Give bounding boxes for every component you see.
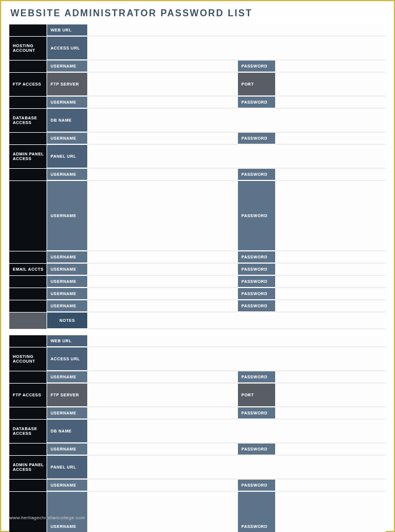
password-input[interactable] [276,300,386,312]
section-label: FTP ACCESS [9,73,47,96]
form-row: USERNAMEPASSWORD [9,133,386,145]
password-label: PASSWORD [238,371,276,383]
username-input[interactable] [88,133,238,144]
username-input[interactable] [88,181,238,251]
form-row: USERNAMEPASSWORD [9,371,386,384]
section-label [9,313,47,329]
password-label: PASSWORD [238,276,276,288]
username-label: USERNAME [47,407,88,419]
username-label: USERNAME [47,276,88,288]
content-area: WEB URLHOSTING ACCOUNTACCESS URLUSERNAME… [9,24,386,532]
username-input[interactable] [88,169,238,180]
password-input[interactable] [276,169,386,180]
form-row: USERNAMEPASSWORD [9,276,386,288]
username-input[interactable] [88,444,238,455]
form-row: HOSTING ACCOUNTACCESS URL [9,37,386,61]
username-input[interactable] [88,97,238,108]
username-input[interactable] [88,251,238,263]
password-label: PASSWORD [238,251,276,263]
form-row: DATABASE ACCESSDB NAME [9,420,386,444]
form-row: HOSTING ACCOUNTACCESS URL [9,347,386,371]
form-row: USERNAMEPASSWORD [9,480,386,492]
form-row: USERNAMEPASSWORD [9,444,386,456]
form-row: USERNAMEPASSWORD [9,492,386,532]
web_url-label: WEB URL [47,24,88,36]
password-label: PASSWORD [238,97,276,108]
port-label: PORT [238,384,276,407]
password-input[interactable] [276,181,386,251]
form-row: USERNAMEPASSWORD [9,288,386,300]
username-input[interactable] [88,300,238,312]
panel_url-input[interactable] [88,145,386,168]
form-row: USERNAMEPASSWORD [9,251,386,264]
password-input[interactable] [276,288,386,300]
username-label: USERNAME [47,371,88,383]
password-input[interactable] [276,407,386,419]
section-label [9,300,47,312]
password-input[interactable] [276,276,386,288]
form-row: FTP ACCESSFTP SERVERPORT [9,384,386,407]
password-label: PASSWORD [238,61,276,72]
form-row: FTP ACCESSFTP SERVERPORT [9,73,386,97]
username-label: USERNAME [47,300,88,312]
section-label [9,169,47,180]
access_url-label: ACCESS URL [47,347,88,371]
username-input[interactable] [88,407,238,419]
form-row: USERNAMEPASSWORD [9,300,386,313]
access_url-input[interactable] [88,347,386,371]
password-input[interactable] [276,264,386,275]
db_name-label: DB NAME [47,109,88,132]
form-row: WEB URL [9,335,386,347]
form-row: EMAIL ACCTSUSERNAMEPASSWORD [9,264,386,276]
section-label [9,444,47,455]
username-label: USERNAME [47,133,88,144]
notes-input[interactable] [88,313,386,329]
password-label: PASSWORD [238,444,276,455]
username-label: USERNAME [47,97,88,108]
section-label: FTP ACCESS [9,384,47,407]
page-title: WEBSITE ADMINISTRATOR PASSWORD LIST [9,7,386,24]
section-label [9,371,47,383]
username-input[interactable] [88,371,238,383]
username-label: USERNAME [47,181,88,251]
db_name-input[interactable] [88,420,386,443]
password-label: PASSWORD [238,181,276,251]
port-input[interactable] [276,73,386,96]
username-input[interactable] [88,288,238,300]
form-row: USERNAMEPASSWORD [9,61,386,73]
form-row: ADMIN PANEL ACCESSPANEL URL [9,456,386,480]
form-row: DATABASE ACCESSDB NAME [9,109,386,133]
panel_url-input[interactable] [88,456,386,479]
password-input[interactable] [276,133,386,144]
username-input[interactable] [88,276,238,288]
password-input[interactable] [276,371,386,383]
ftp_server-input[interactable] [88,384,238,407]
username-label: USERNAME [47,492,88,532]
section-label [9,407,47,419]
username-input[interactable] [88,61,238,72]
password-input[interactable] [276,61,386,72]
username-input[interactable] [88,264,238,275]
db_name-input[interactable] [88,109,386,132]
section-label: HOSTING ACCOUNT [9,347,47,371]
access_url-input[interactable] [88,37,386,60]
password-input[interactable] [276,480,386,491]
port-input[interactable] [276,384,386,407]
section-label [9,480,47,491]
web_url-input[interactable] [88,335,386,347]
username-input[interactable] [88,492,238,532]
web_url-input[interactable] [88,24,386,36]
form-row: USERNAMEPASSWORD [9,407,386,420]
ftp_server-input[interactable] [88,73,238,96]
password-label: PASSWORD [238,133,276,144]
section-label: DATABASE ACCESS [9,420,47,443]
section-label [9,181,47,251]
password-input[interactable] [276,444,386,455]
password-input[interactable] [276,492,386,532]
password-input[interactable] [276,97,386,108]
record-block: WEB URLHOSTING ACCOUNTACCESS URLUSERNAME… [9,335,386,532]
username-label: USERNAME [47,480,88,491]
password-input[interactable] [276,251,386,263]
section-label [9,24,47,36]
username-input[interactable] [88,480,238,491]
